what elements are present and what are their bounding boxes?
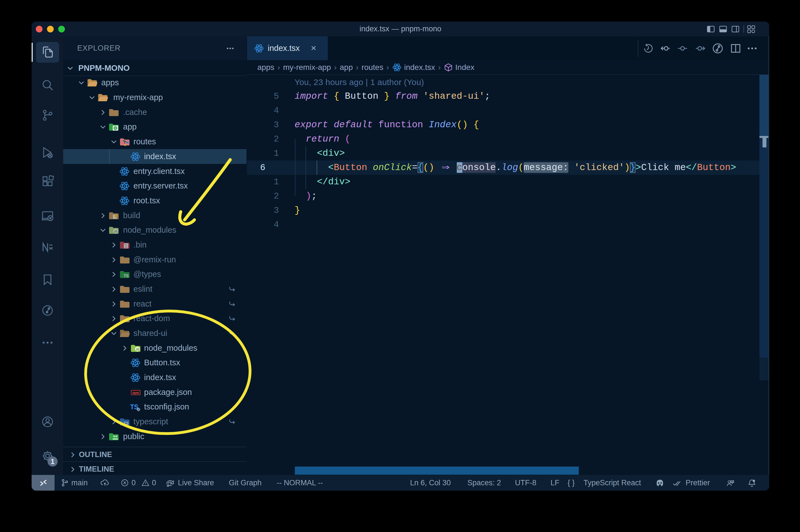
svg-text:JS: JS — [136, 348, 139, 351]
svg-text:JS: JS — [114, 230, 117, 233]
svg-text:10: 10 — [125, 246, 128, 248]
svg-text:TS: TS — [123, 421, 129, 425]
svg-text:TS: TS — [123, 273, 129, 278]
svg-text:npm: npm — [132, 391, 139, 394]
